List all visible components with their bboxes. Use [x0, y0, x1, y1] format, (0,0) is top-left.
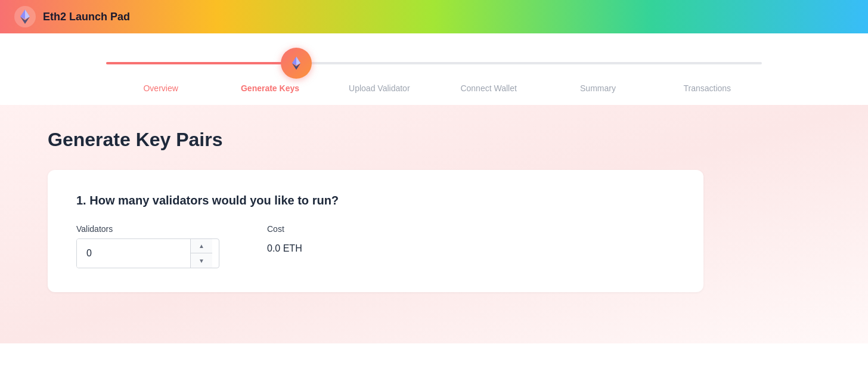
progress-fill [106, 62, 296, 64]
step-overview[interactable]: Overview [106, 83, 215, 93]
validators-card: 1. How many validators would you like to… [48, 170, 703, 292]
step-transactions[interactable]: Transactions [653, 83, 762, 93]
progress-track-container [106, 57, 762, 69]
step-summary[interactable]: Summary [543, 83, 652, 93]
cost-label: Cost [267, 224, 302, 234]
validators-input-wrapper: ▲ ▼ [76, 238, 219, 268]
increment-button[interactable]: ▲ [191, 239, 212, 253]
page-title: Generate Key Pairs [48, 129, 820, 151]
cost-group: Cost 0.0 ETH [267, 224, 302, 254]
step-generate-keys[interactable]: Generate Keys [215, 83, 324, 93]
progress-section: Overview Generate Keys Upload Validator … [0, 33, 868, 105]
validators-label: Validators [76, 224, 219, 234]
ethereum-logo [14, 6, 36, 27]
main-content: Generate Key Pairs 1. How many validator… [0, 105, 868, 343]
validators-input[interactable] [77, 239, 190, 268]
steps-labels: Overview Generate Keys Upload Validator … [106, 83, 762, 93]
spinner-buttons: ▲ ▼ [190, 239, 212, 268]
step-upload-validator[interactable]: Upload Validator [325, 83, 434, 93]
step-connect-wallet[interactable]: Connect Wallet [434, 83, 543, 93]
app-title: Eth2 Launch Pad [43, 11, 130, 23]
validators-group: Validators ▲ ▼ [76, 224, 219, 268]
cost-value: 0.0 ETH [267, 243, 302, 254]
form-row: Validators ▲ ▼ Cost 0.0 ETH [76, 224, 675, 268]
card-question: 1. How many validators would you like to… [76, 194, 675, 207]
eth-icon [288, 55, 305, 72]
progress-dot-active [281, 48, 312, 79]
decrement-button[interactable]: ▼ [191, 253, 212, 268]
app-header: Eth2 Launch Pad [0, 0, 868, 33]
